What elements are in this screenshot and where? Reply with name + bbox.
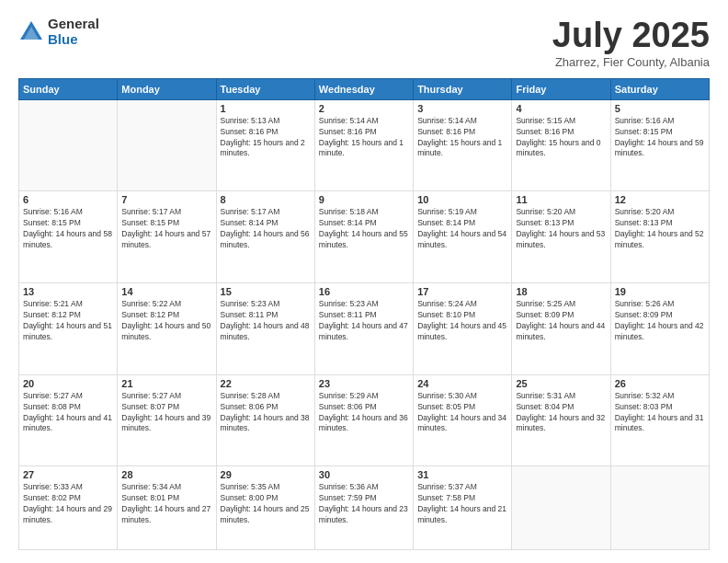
day-header-friday: Friday <box>512 78 610 99</box>
day-info: Sunrise: 5:27 AM Sunset: 8:08 PM Dayligh… <box>23 391 113 435</box>
day-number: 29 <box>221 469 311 480</box>
day-number: 21 <box>121 378 211 389</box>
header-row: SundayMondayTuesdayWednesdayThursdayFrid… <box>19 78 710 99</box>
week-row-1: 6Sunrise: 5:16 AM Sunset: 8:15 PM Daylig… <box>19 191 710 283</box>
day-number: 8 <box>221 194 311 205</box>
day-cell: 18Sunrise: 5:25 AM Sunset: 8:09 PM Dayli… <box>512 283 610 375</box>
day-cell: 21Sunrise: 5:27 AM Sunset: 8:07 PM Dayli… <box>118 374 216 466</box>
week-row-2: 13Sunrise: 5:21 AM Sunset: 8:12 PM Dayli… <box>19 283 710 375</box>
day-cell <box>512 466 610 550</box>
main-title: July 2025 <box>552 17 710 55</box>
day-cell: 3Sunrise: 5:14 AM Sunset: 8:16 PM Daylig… <box>414 99 512 191</box>
day-info: Sunrise: 5:32 AM Sunset: 8:03 PM Dayligh… <box>615 391 705 435</box>
day-number: 7 <box>121 194 211 205</box>
day-number: 27 <box>23 469 113 480</box>
day-cell: 10Sunrise: 5:19 AM Sunset: 8:14 PM Dayli… <box>414 191 512 283</box>
day-info: Sunrise: 5:18 AM Sunset: 8:14 PM Dayligh… <box>319 207 409 251</box>
day-number: 3 <box>417 103 507 114</box>
day-info: Sunrise: 5:14 AM Sunset: 8:16 PM Dayligh… <box>319 116 409 160</box>
day-info: Sunrise: 5:23 AM Sunset: 8:11 PM Dayligh… <box>221 299 311 343</box>
day-info: Sunrise: 5:37 AM Sunset: 7:58 PM Dayligh… <box>417 482 507 526</box>
day-number: 11 <box>516 194 606 205</box>
day-info: Sunrise: 5:15 AM Sunset: 8:16 PM Dayligh… <box>516 116 606 160</box>
day-info: Sunrise: 5:35 AM Sunset: 8:00 PM Dayligh… <box>221 482 311 526</box>
day-number: 14 <box>121 286 211 297</box>
day-cell: 30Sunrise: 5:36 AM Sunset: 7:59 PM Dayli… <box>314 466 413 550</box>
day-info: Sunrise: 5:34 AM Sunset: 8:01 PM Dayligh… <box>121 482 211 526</box>
day-info: Sunrise: 5:24 AM Sunset: 8:10 PM Dayligh… <box>417 299 507 343</box>
subtitle: Zharrez, Fier County, Albania <box>552 55 710 69</box>
day-info: Sunrise: 5:33 AM Sunset: 8:02 PM Dayligh… <box>23 482 113 526</box>
day-cell: 7Sunrise: 5:17 AM Sunset: 8:15 PM Daylig… <box>118 191 216 283</box>
day-info: Sunrise: 5:27 AM Sunset: 8:07 PM Dayligh… <box>121 391 211 435</box>
day-info: Sunrise: 5:36 AM Sunset: 7:59 PM Dayligh… <box>319 482 409 526</box>
day-cell: 9Sunrise: 5:18 AM Sunset: 8:14 PM Daylig… <box>314 191 413 283</box>
day-number: 13 <box>23 286 113 297</box>
day-cell: 28Sunrise: 5:34 AM Sunset: 8:01 PM Dayli… <box>118 466 216 550</box>
day-number: 15 <box>221 286 311 297</box>
day-cell: 4Sunrise: 5:15 AM Sunset: 8:16 PM Daylig… <box>512 99 610 191</box>
day-number: 25 <box>516 378 606 389</box>
day-number: 30 <box>319 469 409 480</box>
day-number: 2 <box>319 103 409 114</box>
day-number: 16 <box>319 286 409 297</box>
day-header-wednesday: Wednesday <box>314 78 413 99</box>
day-info: Sunrise: 5:26 AM Sunset: 8:09 PM Dayligh… <box>615 299 705 343</box>
title-block: July 2025 Zharrez, Fier County, Albania <box>552 17 710 69</box>
day-header-thursday: Thursday <box>414 78 512 99</box>
day-number: 18 <box>516 286 606 297</box>
day-cell: 1Sunrise: 5:13 AM Sunset: 8:16 PM Daylig… <box>216 99 314 191</box>
day-cell <box>19 99 118 191</box>
day-cell: 8Sunrise: 5:17 AM Sunset: 8:14 PM Daylig… <box>216 191 314 283</box>
day-info: Sunrise: 5:17 AM Sunset: 8:15 PM Dayligh… <box>121 207 211 251</box>
logo: General Blue <box>18 17 99 47</box>
day-number: 20 <box>23 378 113 389</box>
day-cell: 12Sunrise: 5:20 AM Sunset: 8:13 PM Dayli… <box>610 191 709 283</box>
day-number: 5 <box>615 103 705 114</box>
day-cell: 2Sunrise: 5:14 AM Sunset: 8:16 PM Daylig… <box>314 99 413 191</box>
week-row-3: 20Sunrise: 5:27 AM Sunset: 8:08 PM Dayli… <box>19 374 710 466</box>
logo-text: General Blue <box>48 17 99 47</box>
day-cell: 16Sunrise: 5:23 AM Sunset: 8:11 PM Dayli… <box>314 283 413 375</box>
day-info: Sunrise: 5:20 AM Sunset: 8:13 PM Dayligh… <box>615 207 705 251</box>
day-number: 10 <box>417 194 507 205</box>
day-info: Sunrise: 5:14 AM Sunset: 8:16 PM Dayligh… <box>417 116 507 160</box>
day-info: Sunrise: 5:22 AM Sunset: 8:12 PM Dayligh… <box>121 299 211 343</box>
day-header-sunday: Sunday <box>19 78 118 99</box>
day-info: Sunrise: 5:21 AM Sunset: 8:12 PM Dayligh… <box>23 299 113 343</box>
day-info: Sunrise: 5:16 AM Sunset: 8:15 PM Dayligh… <box>23 207 113 251</box>
calendar-table: SundayMondayTuesdayWednesdayThursdayFrid… <box>18 78 710 550</box>
week-row-0: 1Sunrise: 5:13 AM Sunset: 8:16 PM Daylig… <box>19 99 710 191</box>
day-number: 17 <box>417 286 507 297</box>
day-header-monday: Monday <box>118 78 216 99</box>
day-cell: 6Sunrise: 5:16 AM Sunset: 8:15 PM Daylig… <box>19 191 118 283</box>
day-cell <box>610 466 709 550</box>
day-cell: 29Sunrise: 5:35 AM Sunset: 8:00 PM Dayli… <box>216 466 314 550</box>
page: General Blue July 2025 Zharrez, Fier Cou… <box>0 0 728 563</box>
logo-icon <box>18 19 44 45</box>
day-cell: 20Sunrise: 5:27 AM Sunset: 8:08 PM Dayli… <box>19 374 118 466</box>
day-cell: 14Sunrise: 5:22 AM Sunset: 8:12 PM Dayli… <box>118 283 216 375</box>
day-info: Sunrise: 5:31 AM Sunset: 8:04 PM Dayligh… <box>516 391 606 435</box>
day-number: 26 <box>615 378 705 389</box>
logo-blue: Blue <box>48 32 99 48</box>
day-number: 1 <box>221 103 311 114</box>
logo-general: General <box>48 17 99 32</box>
day-info: Sunrise: 5:17 AM Sunset: 8:14 PM Dayligh… <box>221 207 311 251</box>
day-number: 9 <box>319 194 409 205</box>
day-cell: 23Sunrise: 5:29 AM Sunset: 8:06 PM Dayli… <box>314 374 413 466</box>
day-number: 6 <box>23 194 113 205</box>
day-cell: 19Sunrise: 5:26 AM Sunset: 8:09 PM Dayli… <box>610 283 709 375</box>
day-number: 28 <box>121 469 211 480</box>
day-info: Sunrise: 5:25 AM Sunset: 8:09 PM Dayligh… <box>516 299 606 343</box>
day-cell: 22Sunrise: 5:28 AM Sunset: 8:06 PM Dayli… <box>216 374 314 466</box>
day-cell: 27Sunrise: 5:33 AM Sunset: 8:02 PM Dayli… <box>19 466 118 550</box>
day-cell: 13Sunrise: 5:21 AM Sunset: 8:12 PM Dayli… <box>19 283 118 375</box>
day-cell <box>118 99 216 191</box>
day-number: 22 <box>221 378 311 389</box>
day-cell: 17Sunrise: 5:24 AM Sunset: 8:10 PM Dayli… <box>414 283 512 375</box>
day-cell: 25Sunrise: 5:31 AM Sunset: 8:04 PM Dayli… <box>512 374 610 466</box>
day-cell: 15Sunrise: 5:23 AM Sunset: 8:11 PM Dayli… <box>216 283 314 375</box>
week-row-4: 27Sunrise: 5:33 AM Sunset: 8:02 PM Dayli… <box>19 466 710 550</box>
day-number: 23 <box>319 378 409 389</box>
